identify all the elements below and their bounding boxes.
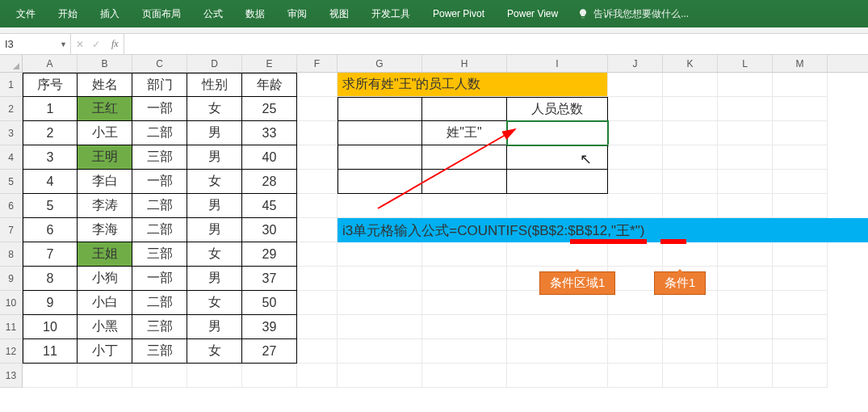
cell-C10[interactable]: 二部 [132,291,187,315]
cell-A2[interactable]: 1 [23,97,78,121]
cell-I5[interactable] [507,170,608,194]
cell-J13[interactable] [608,364,663,388]
cell-B1[interactable]: 姓名 [78,73,132,97]
cell-G5[interactable] [338,170,422,194]
cell-F6[interactable] [297,194,338,218]
cell-G3[interactable] [338,121,422,145]
cell-C6[interactable]: 二部 [132,194,187,218]
cell-B5[interactable]: 李白 [78,170,132,194]
cell-K10[interactable] [663,291,718,315]
col-header-G[interactable]: G [338,55,422,72]
cell-J4[interactable] [608,145,663,170]
cell-D13[interactable] [187,364,242,388]
row-header-13[interactable]: 13 [0,364,23,388]
ribbon-tab-2[interactable]: 插入 [89,0,131,27]
cell-C1[interactable]: 部门 [132,73,187,97]
cell-C11[interactable]: 三部 [132,315,187,339]
cell-B6[interactable]: 李涛 [78,194,132,218]
cell-M12[interactable] [773,339,828,364]
cell-B2[interactable]: 王红 [78,97,132,121]
cell-J6[interactable] [608,194,663,218]
col-header-M[interactable]: M [773,55,828,72]
cell-B7[interactable]: 李海 [78,218,132,242]
cell-M5[interactable] [773,170,828,194]
cell-H2[interactable] [422,97,507,121]
cell-A4[interactable]: 3 [23,145,78,170]
row-header-3[interactable]: 3 [0,121,23,145]
cell-B4[interactable]: 王明 [78,145,132,170]
col-header-B[interactable]: B [78,55,132,72]
ribbon-tab-8[interactable]: 开发工具 [360,0,421,27]
cell-C8[interactable]: 三部 [132,242,187,267]
cell-D4[interactable]: 男 [187,145,242,170]
cell-H4[interactable] [422,145,507,170]
cell-L10[interactable] [718,291,773,315]
cell-A7[interactable]: 6 [23,218,78,242]
cell-C7[interactable]: 二部 [132,218,187,242]
cell-K11[interactable] [663,315,718,339]
cell-H8[interactable] [422,242,507,267]
cell-H12[interactable] [422,339,507,364]
cell-D3[interactable]: 男 [187,121,242,145]
cell-I6[interactable] [507,194,608,218]
cell-K6[interactable] [663,194,718,218]
cell-H9[interactable] [422,267,507,291]
cell-M9[interactable] [773,267,828,291]
cell-B11[interactable]: 小黑 [78,315,132,339]
cell-A13[interactable] [23,364,78,388]
cell-L6[interactable] [718,194,773,218]
col-header-K[interactable]: K [663,55,718,72]
cell-K9[interactable] [663,267,718,291]
cell-H6[interactable] [422,194,507,218]
cell-C2[interactable]: 一部 [132,97,187,121]
col-header-A[interactable]: A [23,55,78,72]
cell-L5[interactable] [718,170,773,194]
cell-F4[interactable] [297,145,338,170]
cell-E9[interactable]: 37 [242,267,297,291]
cell-I11[interactable] [507,315,608,339]
name-box[interactable]: I3 ▼ [0,34,71,54]
cell-L8[interactable] [718,242,773,267]
cell-L4[interactable] [718,145,773,170]
chevron-down-icon[interactable]: ▼ [60,40,67,48]
cell-E12[interactable]: 27 [242,339,297,364]
cell-M4[interactable] [773,145,828,170]
cell-M2[interactable] [773,97,828,121]
cell-D5[interactable]: 女 [187,170,242,194]
confirm-icon[interactable]: ✓ [92,39,100,50]
cell-J9[interactable] [608,267,663,291]
cell-L9[interactable] [718,267,773,291]
cell-I4[interactable] [507,145,608,170]
row-header-4[interactable]: 4 [0,145,23,170]
ribbon-tab-6[interactable]: 审阅 [276,0,318,27]
cell-K12[interactable] [663,339,718,364]
cell-J2[interactable] [608,97,663,121]
cell-F2[interactable] [297,97,338,121]
cell-F13[interactable] [297,364,338,388]
cell-A12[interactable]: 11 [23,339,78,364]
cell-G4[interactable] [338,145,422,170]
cell-G12[interactable] [338,339,422,364]
cell-I2[interactable]: 人员总数 [507,97,608,121]
cell-C12[interactable]: 三部 [132,339,187,364]
cell-B13[interactable] [78,364,132,388]
cancel-icon[interactable]: ✕ [76,39,84,50]
cell-C3[interactable]: 二部 [132,121,187,145]
cell-A8[interactable]: 7 [23,242,78,267]
cell-M6[interactable] [773,194,828,218]
cell-F5[interactable] [297,170,338,194]
ribbon-tab-7[interactable]: 视图 [318,0,360,27]
cell-I13[interactable] [507,364,608,388]
cell-M13[interactable] [773,364,828,388]
cell-G10[interactable] [338,291,422,315]
cell-F9[interactable] [297,267,338,291]
cell-K13[interactable] [663,364,718,388]
cell-H3[interactable]: 姓"王" [422,121,507,145]
tell-me-search[interactable]: 告诉我您想要做什么... [577,7,689,21]
cell-C13[interactable] [132,364,187,388]
cell-K3[interactable] [663,121,718,145]
row-header-11[interactable]: 11 [0,315,23,339]
select-all-triangle[interactable] [0,55,23,73]
cell-J10[interactable] [608,291,663,315]
cell-F8[interactable] [297,242,338,267]
